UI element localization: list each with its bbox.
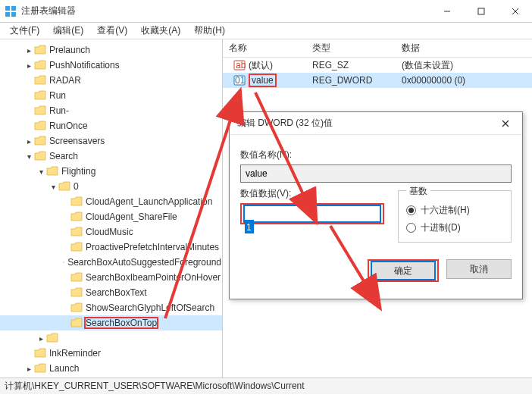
radio-hex-label: 十六进制(H): [421, 204, 470, 217]
title-bar: 注册表编辑器: [0, 0, 532, 23]
radio-dec-label: 十进制(D): [421, 221, 461, 234]
highlight-value-name: value: [249, 74, 277, 87]
tree-item[interactable]: Run-: [0, 103, 222, 118]
list-row[interactable]: 011valueREG_DWORD0x00000000 (0): [223, 73, 532, 88]
folder-icon: [34, 75, 46, 86]
folder-icon: [34, 60, 46, 70]
tree-item-label: CloudMusic: [85, 227, 134, 237]
folder-icon: [70, 302, 83, 313]
tree-item-label: Launch: [49, 363, 80, 374]
dialog-title: 编辑 DWORD (32 位)值: [237, 117, 488, 130]
maximize-button[interactable]: [464, 0, 498, 23]
col-header-name[interactable]: 名称: [223, 42, 306, 55]
folder-icon: [34, 136, 46, 146]
list-header: 名称 类型 数据: [223, 39, 532, 58]
folder-icon: [70, 196, 83, 207]
highlight-value-data: [240, 203, 384, 224]
tree-item[interactable]: Run: [0, 88, 222, 103]
list-row[interactable]: ab(默认)REG_SZ(数值未设置): [223, 58, 532, 73]
close-button[interactable]: [498, 0, 532, 23]
tree-item[interactable]: CloudMusic: [0, 224, 222, 240]
value-data-input[interactable]: [243, 205, 381, 223]
col-header-type[interactable]: 类型: [306, 42, 396, 55]
tree-item[interactable]: SearchBoxIbeamPointerOnHover: [0, 270, 222, 285]
tree-item[interactable]: ▸PushNotifications: [0, 58, 222, 73]
tree-pane[interactable]: ▸Prelaunch▸PushNotificationsRADARRunRun-…: [0, 39, 223, 378]
chevron-right-icon[interactable]: ▸: [24, 365, 33, 373]
minimize-button[interactable]: [430, 0, 464, 23]
tree-item-label: Screensavers: [49, 136, 105, 146]
radio-hex[interactable]: [406, 205, 416, 215]
chevron-right-icon[interactable]: ▸: [24, 61, 33, 70]
app-icon: [5, 5, 17, 17]
radio-dec-row[interactable]: 十进制(D): [406, 221, 503, 234]
value-name-input[interactable]: [240, 164, 512, 183]
tree-item[interactable]: ▸Screensavers: [0, 133, 222, 149]
tree-item-label: SearchBoxOnTop: [85, 318, 158, 328]
tree-item[interactable]: ▸: [0, 331, 222, 346]
tree-item[interactable]: ▾Search: [0, 149, 222, 164]
value-name-label: 数值名称(N):: [240, 149, 512, 161]
svg-rect-1: [11, 6, 16, 11]
chevron-right-icon[interactable]: ▸: [24, 46, 33, 55]
cancel-button[interactable]: 取消: [446, 259, 512, 279]
tree-item[interactable]: InkReminder: [0, 346, 222, 361]
value-data-label: 数值数据(V):: [240, 187, 384, 200]
menu-edit[interactable]: 编辑(E): [46, 23, 90, 39]
window-title: 注册表编辑器: [21, 5, 430, 17]
menu-view[interactable]: 查看(V): [90, 23, 134, 39]
folder-icon: [70, 318, 83, 328]
dialog-close-button[interactable]: [488, 112, 522, 135]
radio-dec[interactable]: [406, 223, 416, 233]
tree-item[interactable]: RunOnce: [0, 118, 222, 133]
radio-hex-row[interactable]: 十六进制(H): [406, 204, 503, 217]
folder-icon: [70, 287, 83, 298]
tree-item[interactable]: ShowSearchGlyphLeftOfSearch: [0, 300, 222, 315]
tree-item-label: Search: [49, 151, 79, 161]
menu-help[interactable]: 帮助(H): [187, 23, 232, 39]
tree-item[interactable]: SearchBoxOnTop: [0, 315, 222, 331]
value-data: (数值未设置): [396, 59, 532, 72]
tree-item-label: Prelaunch: [49, 45, 91, 55]
chevron-right-icon[interactable]: ▸: [36, 334, 45, 343]
folder-icon: [46, 166, 58, 177]
value-type: REG_SZ: [306, 60, 396, 70]
dialog-titlebar: 编辑 DWORD (32 位)值: [230, 112, 522, 135]
chevron-down-icon[interactable]: ▾: [24, 152, 33, 161]
highlight-ok: 确定: [368, 259, 439, 282]
folder-icon: [70, 242, 83, 252]
tree-item[interactable]: ▸Launch: [0, 361, 222, 376]
tree-item-label: ProactivePrefetchIntervalMinutes: [85, 242, 220, 252]
svg-text:011: 011: [235, 75, 246, 86]
base-legend: 基数: [406, 185, 430, 198]
svg-rect-0: [5, 6, 10, 11]
col-header-data[interactable]: 数据: [396, 42, 532, 55]
folder-icon: [70, 227, 83, 237]
folder-icon: [34, 363, 46, 374]
tree-item[interactable]: SearchBoxAutoSuggestedForeground: [0, 255, 222, 270]
folder-icon: [34, 105, 46, 116]
tree-item[interactable]: ▾Flighting: [0, 164, 222, 179]
folder-icon: [34, 45, 46, 55]
tree-item[interactable]: ▸Prelaunch: [0, 42, 222, 58]
chevron-down-icon[interactable]: ▾: [49, 183, 58, 191]
tree-item[interactable]: CloudAgent_LaunchApplication: [0, 194, 222, 209]
status-path: 计算机\HKEY_CURRENT_USER\SOFTWARE\Microsoft…: [5, 380, 305, 393]
tree-item-label: InkReminder: [49, 348, 102, 359]
tree-item[interactable]: RADAR: [0, 73, 222, 88]
tree-item[interactable]: CloudAgent_ShareFile: [0, 209, 222, 224]
tree-item[interactable]: SearchBoxText: [0, 285, 222, 300]
tree-item[interactable]: ▾0: [0, 179, 222, 194]
chevron-down-icon[interactable]: ▾: [36, 168, 45, 176]
menu-file[interactable]: 文件(F): [3, 23, 46, 39]
ok-button[interactable]: 确定: [371, 261, 436, 280]
tree-item-label: PushNotifications: [49, 60, 120, 70]
tree-item-label: 0: [73, 181, 80, 192]
menu-favorites[interactable]: 收藏夹(A): [134, 23, 187, 39]
tree-item[interactable]: ProactivePrefetchIntervalMinutes: [0, 240, 222, 255]
window-controls: [430, 0, 532, 23]
chevron-right-icon[interactable]: ▸: [24, 137, 33, 146]
tree-item-label: CloudAgent_ShareFile: [85, 211, 178, 222]
tree-item-label: SearchBoxIbeamPointerOnHover: [85, 272, 221, 283]
status-bar: 计算机\HKEY_CURRENT_USER\SOFTWARE\Microsoft…: [0, 378, 532, 394]
